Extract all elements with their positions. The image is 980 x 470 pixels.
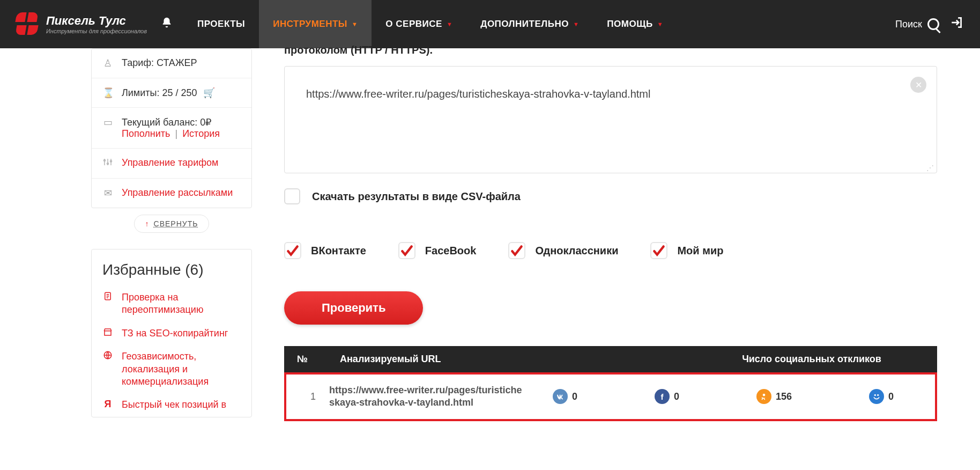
network-vk: ВКонтакте (284, 242, 366, 259)
network-ok: Одноклассники (508, 242, 618, 259)
clipboard-icon (102, 291, 113, 304)
logo-icon (16, 12, 40, 36)
nav-additional[interactable]: ДОПОЛНИТЕЛЬНО ▼ (466, 0, 593, 48)
social-vk: 0 (553, 389, 577, 404)
row-url: https://www.free-writer.ru/pages/turisti… (329, 384, 522, 409)
nav-about[interactable]: О СЕРВИСЕ ▼ (372, 0, 466, 48)
results-highlight: 1 https://www.free-writer.ru/pages/turis… (284, 372, 937, 421)
arrow-up-icon: ↑ (145, 219, 150, 228)
chess-icon: ♙ (102, 57, 113, 69)
collapse-button[interactable]: ↑ СВЕРНУТЬ (134, 215, 209, 233)
svg-point-6 (874, 394, 876, 396)
ok-count: 156 (776, 391, 792, 402)
fb-count: 0 (674, 391, 679, 402)
favorite-link: Проверка на переоптимизацию (122, 291, 241, 317)
favorite-link: Геозависимость, локализация и коммерциал… (122, 350, 241, 388)
brand-title: Пиксель Тулс (46, 14, 147, 28)
limits-text: Лимиты: 25 / 250 (122, 87, 197, 98)
nav-tools[interactable]: ИНСТРУМЕНТЫ ▼ (259, 0, 372, 48)
search-label: Поиск (895, 19, 922, 30)
favorite-item[interactable]: ТЗ на SEO-копирайтинг (92, 322, 251, 345)
fb-icon: f (655, 389, 670, 404)
shop-icon (102, 327, 113, 340)
history-link[interactable]: История (182, 128, 220, 139)
collapse-label: СВЕРНУТЬ (154, 219, 198, 228)
login-icon[interactable] (950, 16, 964, 33)
nav-label: ПРОЕКТЫ (197, 19, 245, 30)
manage-mailings-link: Управление рассылками (122, 187, 233, 199)
result-row: 1 https://www.free-writer.ru/pages/turis… (286, 374, 935, 419)
account-panel: ♙ Тариф: СТАЖЕР ⌛ Лимиты: 25 / 250 🛒 ▭ Т… (91, 48, 252, 208)
submit-button[interactable]: Проверить (284, 291, 423, 325)
ok-icon (756, 389, 771, 404)
network-label: ВКонтакте (311, 245, 366, 257)
network-label: Одноклассники (535, 245, 618, 257)
col-url: Анализируемый URL (340, 354, 699, 365)
instruction-text: протоколом (HTTP / HTTPS). (284, 44, 937, 56)
sidebar-manage-tariff[interactable]: Управление тарифом (92, 148, 251, 178)
social-ok: 156 (756, 389, 792, 404)
checkbox-vk[interactable] (284, 242, 301, 259)
yandex-icon: Я (102, 399, 113, 410)
cart-icon[interactable]: 🛒 (203, 87, 215, 98)
social-fb: f 0 (655, 389, 679, 404)
csv-label: Скачать результаты в виде CSV-файла (312, 190, 521, 203)
col-num: № (297, 354, 340, 365)
checkbox-fb[interactable] (398, 242, 415, 259)
favorite-link: Быстрый чек позиций в (122, 399, 226, 411)
clear-icon[interactable]: ✕ (910, 77, 926, 93)
csv-option: Скачать результаты в виде CSV-файла (284, 188, 937, 204)
row-num: 1 (297, 391, 329, 402)
globe-icon (102, 350, 113, 363)
sidebar-balance: ▭ Текущий баланс: 0₽ Пополнить | История (92, 107, 251, 148)
search-trigger[interactable]: Поиск (895, 18, 939, 30)
checkbox-mm[interactable] (650, 242, 667, 259)
favorites-panel: Избранные (6) Проверка на переоптимизаци… (91, 249, 252, 417)
nav-projects[interactable]: ПРОЕКТЫ (183, 0, 259, 48)
chevron-down-icon: ▼ (352, 21, 358, 27)
csv-checkbox[interactable] (284, 188, 300, 204)
search-icon (927, 18, 939, 30)
network-label: FaceBook (425, 245, 477, 257)
col-social: Число социальных откликов (699, 354, 924, 365)
nav-label: ИНСТРУМЕНТЫ (273, 19, 347, 30)
favorite-item[interactable]: Я Быстрый чек позиций в (92, 393, 251, 416)
social-mm: 0 (869, 389, 894, 404)
chevron-down-icon: ▼ (447, 21, 452, 27)
main-content: протоколом (HTTP / HTTPS). https://www.f… (284, 48, 980, 434)
hourglass-icon: ⌛ (102, 87, 113, 99)
bell-icon[interactable] (161, 17, 173, 32)
chevron-down-icon: ▼ (657, 21, 663, 27)
favorite-item[interactable]: Геозависимость, локализация и коммерциал… (92, 345, 251, 393)
main-nav: ПРОЕКТЫ ИНСТРУМЕНТЫ ▼ О СЕРВИСЕ ▼ ДОПОЛН… (183, 0, 677, 48)
sidebar-manage-mailings[interactable]: ✉ Управление рассылками (92, 178, 251, 208)
svg-point-5 (763, 394, 766, 396)
checkbox-ok[interactable] (508, 242, 525, 259)
tariff-text: Тариф: СТАЖЕР (122, 57, 197, 69)
topup-link[interactable]: Пополнить (122, 128, 170, 139)
mm-icon (869, 389, 884, 404)
top-header: Пиксель Тулс Инструменты для профессиона… (0, 0, 980, 48)
balance-text: Текущий баланс: 0₽ (122, 117, 211, 128)
nav-label: О СЕРВИСЕ (385, 19, 442, 30)
network-checkboxes: ВКонтакте FaceBook Одноклассники Мой мир (284, 242, 937, 259)
nav-label: ПОМОЩЬ (607, 19, 652, 30)
favorite-link: ТЗ на SEO-копирайтинг (122, 327, 228, 340)
brand-subtitle: Инструменты для профессионалов (46, 28, 147, 34)
nav-label: ДОПОЛНИТЕЛЬНО (480, 19, 569, 30)
favorite-item[interactable]: Проверка на переоптимизацию (92, 286, 251, 322)
vk-icon (553, 389, 568, 404)
envelope-icon: ✉ (102, 187, 113, 199)
nav-help[interactable]: ПОМОЩЬ ▼ (593, 0, 677, 48)
sidebar-limits: ⌛ Лимиты: 25 / 250 🛒 (92, 78, 251, 107)
network-label: Мой мир (677, 245, 723, 257)
network-mm: Мой мир (650, 242, 723, 259)
network-fb: FaceBook (398, 242, 477, 259)
url-textarea[interactable]: https://www.free-writer.ru/pages/turisti… (284, 66, 937, 173)
chevron-down-icon: ▼ (573, 21, 579, 27)
brand-logo[interactable]: Пиксель Тулс Инструменты для профессиона… (16, 12, 150, 36)
vk-count: 0 (572, 391, 577, 402)
svg-point-7 (877, 394, 879, 396)
url-input-wrap: https://www.free-writer.ru/pages/turisti… (284, 66, 937, 175)
sidebar-tariff: ♙ Тариф: СТАЖЕР (92, 49, 251, 78)
